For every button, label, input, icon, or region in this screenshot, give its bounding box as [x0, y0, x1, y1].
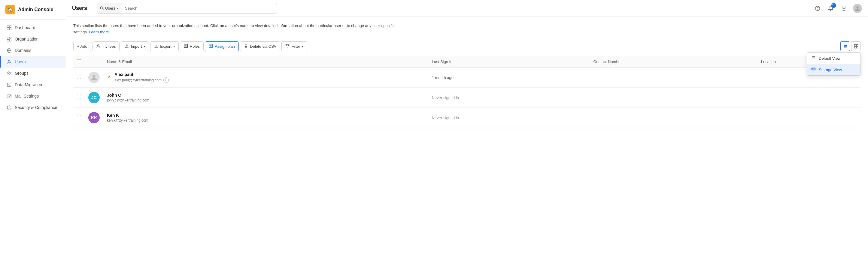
search-scope-label: Users: [105, 6, 115, 10]
sidebar-header: 🏠 Admin Console: [0, 0, 66, 20]
name-cell: Alex paul alex.paul@zylkertraining.com +…: [107, 72, 425, 83]
invitees-icon: [96, 44, 101, 49]
assign-plan-button[interactable]: Assign plan: [205, 41, 239, 51]
user-avatar[interactable]: [853, 4, 862, 13]
user-avatar-initials: KK: [88, 112, 100, 123]
svg-rect-26: [186, 44, 188, 45]
users-table: Name & Email Last Sign In Contact Number…: [73, 56, 861, 128]
svg-rect-29: [209, 44, 211, 45]
list-view-button[interactable]: [840, 41, 850, 51]
sidebar-item-dashboard[interactable]: Dashboard: [0, 22, 66, 33]
roles-button-label: Roles: [190, 44, 200, 49]
sidebar-item-users[interactable]: Users: [0, 56, 66, 68]
delete-csv-icon: [244, 44, 248, 49]
main-area: Users Users ▾ ? 10: [66, 0, 868, 254]
svg-rect-39: [854, 44, 856, 46]
sidebar-item-dashboard-label: Dashboard: [15, 25, 60, 30]
user-avatar-placeholder: [88, 72, 100, 83]
add-button[interactable]: + Add: [73, 42, 91, 51]
sidebar-nav: Dashboard Organization Domains Users Gro…: [0, 20, 66, 254]
import-button[interactable]: Import ▾: [121, 41, 149, 51]
last-sign-in-text: Never signed in: [432, 116, 459, 120]
home-icon[interactable]: [840, 4, 848, 12]
user-select-checkbox[interactable]: [77, 75, 81, 79]
search-area: Users ▾: [97, 3, 277, 14]
svg-rect-4: [7, 37, 9, 39]
user-name[interactable]: Ken K: [107, 113, 148, 118]
dashboard-icon: [6, 25, 12, 30]
export-button[interactable]: Export ▾: [150, 41, 179, 51]
sidebar-item-domains[interactable]: Domains: [0, 45, 66, 56]
assign-plan-button-label: Assign plan: [215, 44, 235, 49]
sidebar-item-security[interactable]: Security & Compliance: [0, 102, 66, 113]
roles-button[interactable]: Roles: [180, 41, 204, 51]
user-avatar-cell: KK: [85, 107, 103, 128]
notifications-icon[interactable]: 10: [827, 4, 835, 12]
svg-point-24: [99, 45, 100, 46]
storage-view-option[interactable]: Storage View: [807, 64, 861, 75]
topbar: Users Users ▾ ? 10: [66, 0, 868, 17]
search-scope-dropdown[interactable]: Users ▾: [97, 3, 121, 13]
last-sign-in-cell: Never signed in: [428, 107, 590, 128]
svg-rect-6: [7, 40, 9, 41]
sidebar-item-organization[interactable]: Organization: [0, 33, 66, 45]
svg-line-18: [103, 9, 104, 10]
svg-rect-5: [9, 37, 11, 38]
import-chevron-icon: ▾: [144, 45, 145, 48]
sidebar-item-groups[interactable]: Groups ›: [0, 68, 66, 79]
invitees-button[interactable]: Invitees: [93, 41, 120, 51]
user-name-email-cell: Ken K ken.k@zylkertraining.com: [103, 107, 428, 128]
svg-text:?: ?: [817, 7, 819, 10]
search-input[interactable]: [121, 6, 277, 10]
storage-view-icon: [811, 67, 816, 72]
user-select-checkbox[interactable]: [77, 95, 81, 99]
sidebar-item-data-migration[interactable]: Data Migration: [0, 79, 66, 90]
default-view-option[interactable]: Default View: [807, 53, 861, 64]
export-chevron-icon: ▾: [173, 45, 175, 48]
svg-rect-30: [211, 44, 213, 45]
delete-csv-button-label: Delete via CSV: [250, 44, 276, 49]
sidebar-item-security-label: Security & Compliance: [15, 105, 60, 110]
learn-more-link[interactable]: Learn more: [89, 30, 109, 34]
topbar-actions: ? 10: [813, 4, 862, 13]
roles-icon: [184, 44, 188, 49]
svg-point-23: [97, 44, 99, 46]
location-cell: [757, 107, 861, 128]
export-button-label: Export: [160, 44, 172, 49]
user-avatar-cell: JC: [85, 87, 103, 107]
columns-view-button[interactable]: [851, 41, 861, 51]
filter-button[interactable]: Filter ▾: [281, 41, 307, 51]
users-icon: [6, 59, 12, 65]
svg-rect-2: [7, 28, 9, 30]
sidebar-item-groups-label: Groups: [15, 71, 56, 76]
organization-icon: [6, 36, 12, 42]
last-sign-in-cell: Never signed in: [428, 87, 590, 107]
table-row: Alex paul alex.paul@zylkertraining.com +…: [73, 67, 861, 87]
user-avatar-cell: [85, 67, 103, 87]
name-cell: Ken K ken.k@zylkertraining.com: [107, 113, 425, 123]
svg-rect-31: [209, 46, 211, 47]
name-cell: John C john.c@zylkertraining.com: [107, 93, 425, 102]
user-select-checkbox[interactable]: [77, 115, 81, 119]
user-name-email-cell: John C john.c@zylkertraining.com: [103, 87, 428, 107]
user-name[interactable]: Alex paul: [115, 72, 169, 77]
last-sign-in-cell: 1 month ago: [428, 67, 590, 87]
svg-point-22: [856, 6, 859, 9]
sidebar-item-mail-settings[interactable]: Mail Settings: [0, 90, 66, 102]
select-all-checkbox[interactable]: [77, 59, 81, 63]
svg-rect-25: [184, 44, 186, 45]
search-scope-chevron-icon: ▾: [117, 7, 118, 10]
sidebar-item-domains-label: Domains: [15, 48, 60, 53]
section-description: This section lists the users that have b…: [73, 23, 404, 35]
user-name-email-cell: Alex paul alex.paul@zylkertraining.com +…: [103, 67, 428, 87]
export-icon: [154, 44, 158, 49]
svg-rect-27: [184, 46, 186, 47]
data-migration-icon: [6, 82, 12, 87]
svg-rect-33: [245, 45, 247, 47]
delete-csv-button[interactable]: Delete via CSV: [240, 41, 280, 51]
avatar-header: [85, 56, 103, 68]
user-email: john.c@zylkertraining.com: [107, 98, 149, 102]
help-icon[interactable]: ?: [813, 4, 822, 12]
last-sign-in-text: 1 month ago: [432, 75, 454, 80]
user-name[interactable]: John C: [107, 93, 149, 98]
